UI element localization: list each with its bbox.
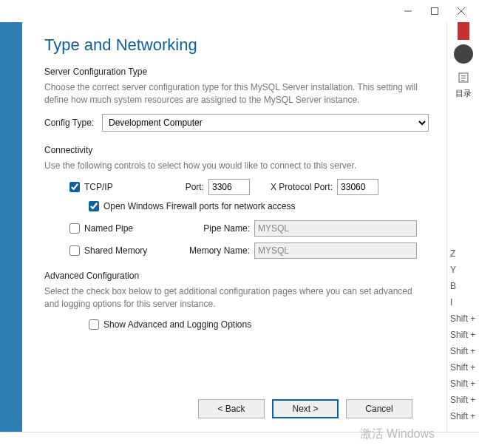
xprotocol-port-label: X Protocol Port: [271,182,337,192]
list-item: I [450,294,476,310]
shared-memory-label: Shared Memory [84,245,147,256]
list-item: Shift + [450,359,476,376]
memory-name-input [254,242,417,259]
advanced-options-label: Show Advanced and Logging Options [103,319,251,330]
toc-label: 目录 [455,88,472,99]
sidebar-badge [458,22,469,40]
tcpip-checkbox[interactable] [69,182,80,192]
list-item: Z [450,245,476,262]
svg-rect-1 [432,8,438,15]
firewall-label: Open Windows Firewall ports for network … [103,201,295,211]
port-label: Port: [180,182,208,192]
tcpip-label: TCP/IP [84,182,113,192]
shortcut-list: Z Y B I Shift + Shift + Shift + Shift + … [447,245,479,432]
back-button[interactable]: < Back [198,399,265,418]
section-connectivity-title: Connectivity [44,145,429,155]
memory-name-label: Memory Name: [180,245,254,256]
section-advanced-help: Select the check box below to get additi… [44,285,429,310]
port-input[interactable] [208,179,250,195]
list-item: Shift + [450,343,476,359]
main-panel: Type and Networking Server Configuration… [22,22,446,432]
shared-memory-checkbox[interactable] [69,245,80,256]
section-server-config-help: Choose the correct server configuration … [44,81,429,106]
window-titlebar [0,0,479,22]
list-item: B [450,278,476,294]
list-item: Y [450,262,476,278]
section-server-config-title: Server Configuration Type [44,67,429,77]
wizard-buttons: < Back Next > Cancel [44,399,429,424]
minimize-button[interactable] [395,1,421,21]
left-sidebar [0,22,22,432]
avatar [454,44,473,64]
pipe-name-label: Pipe Name: [180,223,254,234]
right-sidebar: 目录 Z Y B I Shift + Shift + Shift + Shift… [446,22,479,432]
section-connectivity-help: Use the following controls to select how… [44,160,429,172]
config-type-label: Config Type: [44,118,102,128]
named-pipe-label: Named Pipe [84,223,133,234]
next-button[interactable]: Next > [272,399,339,418]
page-title: Type and Networking [44,35,429,55]
list-item: Shift + [450,408,476,424]
section-advanced-title: Advanced Configuration [44,271,429,281]
maximize-button[interactable] [421,1,448,21]
list-item: Shift + [450,327,476,343]
cancel-button[interactable]: Cancel [346,399,412,418]
list-item: Shift + [450,310,476,327]
firewall-checkbox[interactable] [89,201,99,211]
toc-icon[interactable] [457,71,470,86]
config-type-select[interactable]: Development Computer [102,114,429,132]
list-item: Shift + [450,376,476,392]
named-pipe-checkbox[interactable] [69,223,80,234]
advanced-options-checkbox[interactable] [89,319,99,330]
pipe-name-input [254,220,417,237]
list-item: Shift + [450,392,476,408]
close-button[interactable] [448,1,475,21]
xprotocol-port-input[interactable] [337,179,378,195]
